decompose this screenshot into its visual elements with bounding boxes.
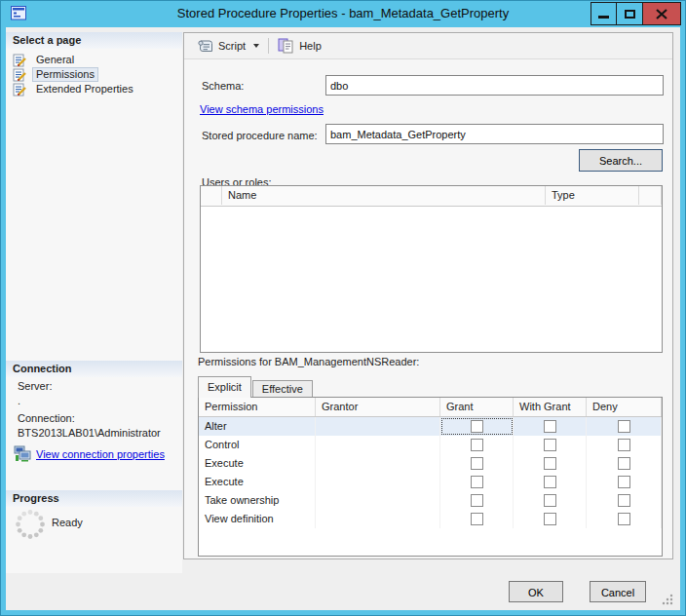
- deny-checkbox[interactable]: [618, 476, 630, 488]
- spinner-icon: [14, 508, 47, 541]
- deny-checkbox[interactable]: [618, 439, 630, 451]
- grant-checkbox[interactable]: [471, 513, 483, 525]
- with-grant-cell: [514, 454, 587, 473]
- search-button[interactable]: Search...: [579, 149, 663, 172]
- grant-checkbox[interactable]: [471, 457, 483, 470]
- users-column-header-blank[interactable]: [201, 186, 222, 205]
- grantor-cell: [316, 510, 440, 528]
- users-column-header-blank[interactable]: [639, 186, 662, 205]
- close-icon: [656, 9, 667, 19]
- connection-value: BTS2013LAB01\Administrator: [18, 427, 161, 439]
- select-a-page-header: Select a page: [6, 32, 182, 49]
- progress-header: Progress: [6, 490, 182, 507]
- permissions-column-header-deny[interactable]: Deny: [587, 398, 662, 416]
- permission-name-cell: Alter: [199, 417, 316, 436]
- help-button[interactable]: Help: [273, 35, 326, 57]
- help-button-label: Help: [299, 40, 322, 52]
- view-schema-permissions-link[interactable]: View schema permissions: [200, 103, 324, 115]
- schema-input[interactable]: [325, 75, 664, 96]
- deny-cell: [587, 510, 662, 528]
- grantor-cell: [316, 454, 440, 473]
- server-value: .: [18, 395, 20, 406]
- permission-row[interactable]: Alter: [199, 417, 662, 436]
- grantor-cell: [316, 491, 440, 510]
- page-list: GeneralPermissionsExtended Properties: [6, 53, 182, 96]
- permission-name-cell: Take ownership: [199, 491, 316, 510]
- permission-name-cell: Execute: [199, 473, 316, 491]
- deny-checkbox[interactable]: [618, 494, 630, 507]
- permissions-tabs: ExplicitEffective: [198, 377, 314, 398]
- tab-explicit[interactable]: Explicit: [198, 376, 251, 398]
- page-icon: [13, 68, 28, 82]
- users-table-body: [201, 207, 662, 353]
- grant-cell: [440, 491, 514, 510]
- grant-checkbox[interactable]: [471, 494, 483, 507]
- grant-cell: [440, 454, 514, 473]
- with-grant-checkbox[interactable]: [544, 513, 556, 525]
- stored-procedure-name-input[interactable]: [325, 124, 664, 144]
- with-grant-checkbox[interactable]: [544, 439, 556, 451]
- minimize-icon: [598, 16, 609, 19]
- permissions-column-header-grantor[interactable]: Grantor: [316, 398, 440, 416]
- deny-cell: [587, 454, 662, 473]
- permission-row[interactable]: Take ownership: [199, 491, 662, 510]
- permissions-table-body: AlterControlExecuteExecuteTake ownership…: [199, 417, 662, 528]
- users-column-header-name[interactable]: Name: [222, 186, 546, 205]
- with-grant-checkbox[interactable]: [544, 457, 556, 470]
- toolbar-separator: [268, 38, 269, 54]
- deny-cell: [587, 436, 662, 454]
- with-grant-checkbox[interactable]: [544, 476, 556, 488]
- titlebar[interactable]: Stored Procedure Properties - bam_Metada…: [0, 0, 686, 27]
- with-grant-cell: [514, 491, 587, 510]
- ok-button[interactable]: OK: [509, 581, 563, 602]
- permission-row[interactable]: Execute: [199, 473, 662, 491]
- script-icon: [197, 39, 213, 54]
- permission-name-cell: Control: [199, 436, 316, 454]
- deny-cell: [587, 417, 662, 436]
- with-grant-checkbox[interactable]: [544, 494, 556, 507]
- grant-cell: [440, 436, 514, 454]
- tab-effective[interactable]: Effective: [252, 380, 313, 398]
- sidebar-item-label: Extended Properties: [33, 83, 136, 96]
- permissions-column-header-with-grant[interactable]: With Grant: [514, 398, 587, 416]
- permission-row[interactable]: View definition: [199, 510, 662, 528]
- toolbar: Script Help: [184, 33, 672, 59]
- with-grant-checkbox[interactable]: [544, 420, 556, 433]
- connection-label: Connection:: [18, 412, 75, 424]
- grantor-cell: [316, 473, 440, 491]
- sidebar-item-general[interactable]: General: [6, 53, 182, 67]
- permission-row[interactable]: Execute: [199, 454, 662, 473]
- grant-checkbox[interactable]: [471, 439, 483, 451]
- users-table-header: NameType: [201, 186, 662, 207]
- permission-row[interactable]: Control: [199, 436, 662, 454]
- grantor-cell: [316, 436, 440, 454]
- with-grant-cell: [514, 417, 587, 436]
- view-connection-properties-link[interactable]: View connection properties: [36, 448, 165, 460]
- sidebar-item-label: General: [33, 54, 77, 66]
- deny-checkbox[interactable]: [618, 513, 630, 525]
- with-grant-cell: [514, 473, 587, 491]
- deny-checkbox[interactable]: [618, 420, 630, 433]
- grant-checkbox[interactable]: [471, 476, 483, 488]
- permissions-column-header-permission[interactable]: Permission: [199, 398, 316, 416]
- main-panel: Script Help Schema: View sche: [183, 32, 673, 559]
- users-column-header-type[interactable]: Type: [546, 186, 639, 205]
- view-connection-properties-row: View connection properties: [14, 445, 165, 462]
- script-button-label: Script: [218, 40, 246, 52]
- sidebar-item-label: Permissions: [33, 68, 97, 81]
- grant-checkbox[interactable]: [471, 420, 483, 433]
- cancel-button[interactable]: Cancel: [590, 581, 646, 602]
- deny-checkbox[interactable]: [618, 457, 630, 470]
- with-grant-cell: [514, 436, 587, 454]
- maximize-button[interactable]: [616, 2, 643, 25]
- resize-grip-icon[interactable]: [661, 593, 674, 606]
- sidebar-item-extended-properties[interactable]: Extended Properties: [6, 82, 182, 96]
- permission-name-cell: Execute: [199, 454, 316, 473]
- schema-label: Schema:: [202, 80, 244, 92]
- users-or-roles-table: NameType: [200, 185, 663, 353]
- script-button[interactable]: Script: [192, 35, 264, 57]
- sidebar-item-permissions[interactable]: Permissions: [6, 67, 182, 82]
- close-button[interactable]: [642, 2, 681, 25]
- minimize-button[interactable]: [591, 2, 617, 25]
- permissions-column-header-grant[interactable]: Grant: [440, 398, 514, 416]
